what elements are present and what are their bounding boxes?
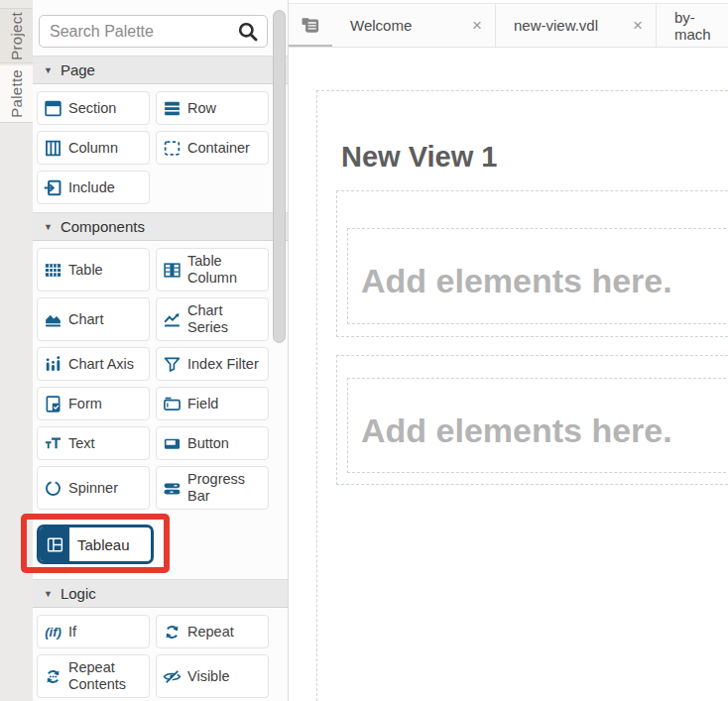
tab-list-button[interactable] [289,4,332,47]
caret-down-icon: ▼ [44,222,53,232]
palette-item-container[interactable]: Container [156,131,269,165]
section-title: Components [61,218,145,235]
section-title: Page [61,61,95,78]
design-canvas: New View 1 Add elements here. Add elemen… [289,48,728,701]
palette-item-label: Progress Bar [187,471,266,505]
tab-by-mach[interactable]: by-mach [657,4,728,47]
container-icon [163,139,182,158]
palette-item-label: Visible [187,668,229,685]
repeat-contents-icon [44,667,62,686]
visible-icon [163,667,182,686]
column-icon [44,139,62,158]
palette-item-chart-axis[interactable]: Chart Axis [37,347,150,381]
table-icon [44,261,62,280]
editor-tab-bar: Welcome × new-view.vdl × by-mach [289,4,728,48]
tab-label: new-view.vdl [514,17,598,34]
palette-item-form[interactable]: Form [37,387,150,420]
palette-item-column[interactable]: Column [37,131,150,165]
palette-item-table[interactable]: Table [37,248,150,292]
button-icon [163,434,182,453]
palette-item-label: Table Column [187,253,266,287]
palette-item-label: Include [68,179,115,196]
palette-item-label: Chart Axis [68,356,134,373]
palette-item-table-column[interactable]: Table Column [156,248,269,292]
logic-section-grid: (if) If Repeat Repeat Contents [33,608,288,701]
tab-new-view-vdl[interactable]: new-view.vdl × [496,4,657,47]
section-header-components[interactable]: ▼ Components [33,212,288,241]
tableau-icon [40,525,69,564]
include-icon [44,178,62,197]
palette-item-visible[interactable]: Visible [156,654,269,698]
palette-item-label: Spinner [68,480,118,497]
palette-item-progress-bar[interactable]: Progress Bar [156,466,269,510]
palette-item-label: Section [68,100,116,117]
sidebar-tab-palette[interactable]: Palette [0,65,33,123]
search-input[interactable] [39,15,268,48]
palette-item-repeat-contents[interactable]: Repeat Contents [37,654,150,698]
palette-item-section[interactable]: Section [37,91,150,125]
chart-series-icon [163,310,182,329]
palette-item-label: Tableau [77,536,130,553]
side-tab-strip: Project Palette [0,0,33,701]
palette-panel: ▼ Page Section Row Column [33,0,289,701]
palette-item-field[interactable]: Field [156,387,269,420]
tab-welcome[interactable]: Welcome × [332,4,496,47]
section-header-logic[interactable]: ▼ Logic [33,579,288,608]
palette-item-label: Container [187,140,250,157]
tableau-highlight-wrap: Tableau [37,525,154,564]
palette-item-include[interactable]: Include [37,171,150,204]
palette-item-row[interactable]: Row [156,91,269,125]
search-icon[interactable] [236,20,260,44]
spinner-icon [44,479,62,498]
palette-item-label: Index Filter [187,356,259,373]
palette-item-spinner[interactable]: Spinner [37,466,150,510]
palette-item-chart[interactable]: Chart [37,297,150,341]
palette-item-label: Table [68,262,103,279]
repeat-icon [163,623,182,642]
palette-item-label: Button [187,435,229,452]
close-icon[interactable]: × [633,17,643,34]
close-icon[interactable]: × [472,17,482,34]
search-area [33,0,288,56]
view-title: New View 1 [341,141,497,174]
palette-item-button[interactable]: Button [156,426,269,460]
palette-item-label: Row [187,100,216,117]
palette-item-label: Text [68,435,95,452]
palette-item-index-filter[interactable]: Index Filter [156,347,269,381]
palette-item-if[interactable]: (if) If [37,615,150,648]
drop-placeholder-text: Add elements here. [361,411,672,450]
palette-scrollbar-track[interactable] [272,0,287,701]
palette-item-label: Chart [68,311,103,328]
caret-down-icon: ▼ [44,589,53,599]
palette-item-chart-series[interactable]: Chart Series [156,297,269,341]
section-header-page[interactable]: ▼ Page [33,56,288,84]
table-column-icon [163,261,182,280]
progress-bar-icon [163,479,182,498]
palette-item-label: Field [187,396,218,412]
palette-item-label: Form [68,396,102,412]
palette-item-label: Chart Series [187,302,266,336]
tab-list-icon [301,15,320,35]
palette-item-label: Column [68,140,118,157]
palette-item-text[interactable]: Text [37,426,150,460]
editor-panel: Welcome × new-view.vdl × by-mach New Vie… [289,0,728,701]
palette-item-label: Repeat [187,624,234,641]
palette-scrollbar-thumb[interactable] [273,10,286,343]
section-icon [44,99,62,118]
if-icon: (if) [44,625,62,640]
components-section-grid: Table Table Column Chart Chart Series [33,241,288,579]
tab-label: by-mach [674,9,715,43]
tab-label: Welcome [350,17,412,34]
sidebar-tab-project[interactable]: Project [0,8,33,63]
row-icon [163,99,182,118]
palette-item-repeat[interactable]: Repeat [156,615,269,648]
section-title: Logic [61,585,96,602]
palette-item-tableau[interactable]: Tableau [37,525,154,564]
sidebar-tab-palette-label: Palette [8,69,25,118]
page-section-grid: Section Row Column Container [33,84,288,212]
index-filter-icon [163,355,182,374]
drop-zone-1[interactable]: Add elements here. [347,228,728,324]
drop-placeholder-text: Add elements here. [361,262,672,300]
palette-item-label: If [68,624,76,641]
drop-zone-2[interactable]: Add elements here. [347,378,728,473]
